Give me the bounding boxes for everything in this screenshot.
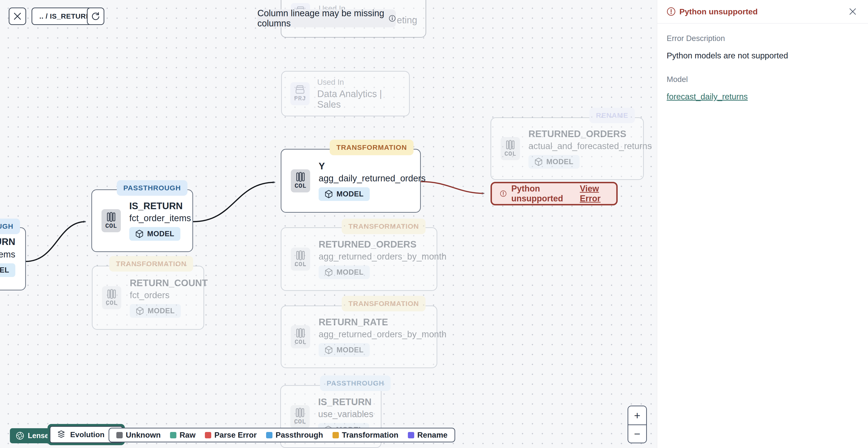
node-subtitle: agg_daily_returned_orders — [319, 173, 411, 183]
transformation-badge: TRANSFORMATION — [342, 296, 426, 311]
node-return-count[interactable]: TRANSFORMATION COL RETURN_COUNT fct_orde… — [92, 266, 204, 330]
legend-swatch — [408, 432, 414, 438]
columns-icon — [296, 328, 305, 338]
close-icon — [13, 12, 22, 21]
columns-icon — [506, 140, 515, 150]
model-badge: MODEL — [528, 155, 580, 169]
model-link[interactable]: forecast_daily_returns — [666, 92, 748, 101]
banner-text: Column lineage may be missing columns — [257, 8, 385, 29]
node-subtitle: fct_order_items — [129, 213, 183, 223]
cube-icon — [135, 230, 144, 238]
close-lineage-button[interactable] — [9, 7, 26, 25]
column-icon: COL — [291, 169, 310, 192]
legend-swatch — [333, 432, 339, 438]
project-icon-label: PRJ — [294, 95, 306, 102]
column-icon: COL — [290, 405, 310, 428]
legend-item-unknown: Unknown — [116, 430, 161, 440]
error-panel-body: Error Description Python models are not … — [657, 24, 868, 112]
zoom-controls: + − — [627, 406, 647, 443]
stack-icon — [57, 430, 66, 439]
legend-swatch — [266, 432, 273, 438]
close-icon — [849, 7, 857, 16]
node-title-fragment: URN — [0, 237, 15, 247]
model-badge: MODEL — [319, 187, 370, 201]
column-icon: COL — [291, 247, 310, 271]
refresh-button[interactable] — [87, 7, 104, 25]
zoom-out-button[interactable]: − — [628, 424, 646, 443]
node-title: IS_RETURN — [129, 201, 183, 211]
node-is-return-fct-order-items[interactable]: PASSTHROUGH COL IS_RETURN fct_order_item… — [91, 189, 193, 252]
node-title: Used In — [317, 78, 401, 87]
model-badge-fragment: DEL — [0, 263, 15, 277]
transformation-badge: TRANSFORMATION — [342, 218, 426, 234]
node-title: RETURNED_ORDERS — [319, 239, 427, 250]
error-description-text: Python models are not supported — [666, 51, 859, 60]
node-returned-orders-forecasted[interactable]: RENAME COL RETURNED_ORDERS actual_and_fo… — [491, 117, 644, 180]
passthrough-badge: PASSTHROUGH — [117, 180, 187, 196]
transformation-badge: TRANSFORMATION — [109, 256, 193, 272]
lens-mode-label: Evolution — [70, 430, 104, 439]
node-title: RETURN_COUNT — [130, 278, 194, 288]
error-panel-header: Python unsupported — [657, 0, 868, 24]
model-badge: MODEL — [319, 265, 370, 279]
refresh-icon — [91, 11, 100, 21]
cube-icon — [325, 268, 333, 276]
node-y-agg-daily-returned-orders[interactable]: TRANSFORMATION COL Y agg_daily_returned_… — [281, 149, 421, 213]
cube-icon — [534, 157, 542, 166]
project-icon: PRJ — [290, 82, 310, 105]
legend-swatch — [170, 432, 176, 438]
column-icon: COL — [291, 325, 310, 348]
layers-icon — [295, 85, 305, 94]
column-icon-label: COL — [294, 183, 306, 189]
aperture-icon — [16, 431, 25, 440]
error-description-label: Error Description — [666, 34, 859, 43]
columns-icon — [296, 250, 305, 260]
lineage-canvas[interactable]: PRJ Used In eting PRJ Used — [0, 0, 657, 448]
column-icon-label: COL — [106, 300, 118, 307]
model-badge: MODEL — [129, 227, 180, 241]
columns-icon — [107, 289, 116, 299]
model-badge: MODEL — [319, 343, 370, 357]
model-badge: MODEL — [130, 304, 181, 318]
cube-icon — [325, 190, 333, 198]
node-return-rate[interactable]: TRANSFORMATION COL RETURN_RATE agg_retur… — [281, 305, 437, 368]
close-panel-button[interactable] — [847, 6, 859, 18]
error-icon — [666, 7, 676, 16]
node-returned-orders-monthly[interactable]: TRANSFORMATION COL RETURNED_ORDERS agg_r… — [281, 227, 437, 291]
error-node-text: Python unsupported — [511, 184, 567, 204]
columns-icon — [107, 212, 116, 222]
node-left-partial[interactable]: OUGH URN ems DEL — [0, 227, 26, 291]
column-icon: COL — [501, 137, 520, 160]
transformation-badge: TRANSFORMATION — [330, 140, 413, 155]
error-panel-title: Python unsupported — [679, 7, 843, 16]
node-used-in-sales[interactable]: PRJ Used In Data Analytics | Sales — [281, 71, 410, 116]
node-subtitle: agg_returned_orders_by_month — [319, 329, 427, 339]
legend-item-parse-error: Parse Error — [205, 430, 257, 440]
node-title: RETURN_RATE — [319, 317, 427, 327]
node-title: Y — [319, 161, 411, 172]
columns-icon — [296, 408, 305, 418]
rename-badge: RENAME — [589, 108, 635, 123]
legend-swatch — [116, 432, 123, 438]
info-icon[interactable] — [389, 14, 396, 23]
column-icon-label: COL — [294, 418, 306, 425]
passthrough-badge: PASSTHROUGH — [320, 376, 391, 391]
edge-left-to-isreturn — [25, 222, 86, 262]
zoom-in-button[interactable]: + — [628, 406, 646, 424]
passthrough-badge-fragment: OUGH — [0, 218, 20, 234]
node-subtitle: use_variables — [318, 409, 371, 419]
legend-item-transformation: Transformation — [333, 430, 398, 440]
node-subtitle: Data Analytics | Sales — [317, 89, 401, 110]
node-title: RETURNED_ORDERS — [528, 129, 634, 139]
edge-type-legend: Unknown Raw Parse Error Passthrough Tran… — [108, 428, 455, 442]
column-icon: COL — [101, 209, 121, 232]
legend-swatch — [205, 432, 211, 438]
columns-icon — [296, 172, 305, 182]
error-icon — [500, 189, 506, 199]
lineage-warning-banner: Column lineage may be missing columns — [257, 9, 396, 27]
error-detail-panel: Python unsupported Error Description Pyt… — [657, 0, 868, 448]
view-error-link[interactable]: View Error — [580, 184, 608, 204]
edge-isreturn-to-y — [193, 182, 275, 222]
error-node-python-unsupported[interactable]: Python unsupported View Error — [491, 182, 618, 205]
cube-icon — [136, 307, 144, 315]
